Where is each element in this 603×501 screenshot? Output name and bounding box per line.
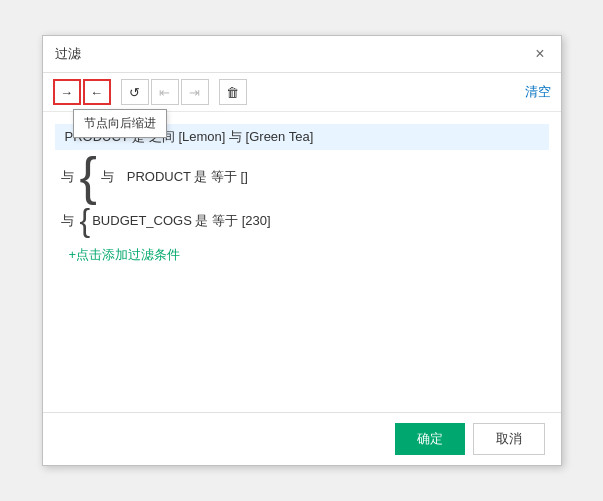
brace-open-icon: { — [80, 152, 97, 201]
conditions-wrapper: PRODUCT 是 之间 [Lemon] 与 [Green Tea] 与 { 与… — [43, 122, 561, 270]
move-down-button[interactable]: ⇥ — [181, 79, 209, 105]
move-up-button[interactable]: ⇤ — [151, 79, 179, 105]
move-down-icon: ⇥ — [189, 85, 200, 100]
and-budget-row: 与 { BUDGET_COGS 是 等于 [230] — [55, 205, 549, 235]
add-filter-link[interactable]: +点击添加过滤条件 — [69, 242, 181, 268]
undo-icon: ↺ — [129, 85, 140, 100]
and-label-2: 与 — [55, 210, 80, 232]
brace-open-icon-2: { — [80, 205, 91, 235]
undo-button[interactable]: ↺ — [121, 79, 149, 105]
move-up-icon: ⇤ — [159, 85, 170, 100]
indent-in-icon: ← — [90, 85, 103, 100]
sub-and-label: 与 — [101, 168, 114, 186]
group-conditions: 与 PRODUCT 是 等于 [] — [101, 152, 248, 201]
sub-condition-row-1[interactable]: 与 PRODUCT 是 等于 [] — [101, 165, 248, 189]
sub-condition-text: PRODUCT 是 等于 [] — [127, 168, 248, 186]
delete-icon: 🗑 — [226, 85, 239, 100]
tooltip: 节点向后缩进 — [73, 109, 167, 138]
clear-button[interactable]: 清空 — [525, 83, 551, 101]
tooltip-text: 节点向后缩进 — [84, 116, 156, 130]
budget-condition-text: BUDGET_COGS 是 等于 [230] — [92, 213, 270, 228]
budget-condition-block[interactable]: BUDGET_COGS 是 等于 [230] — [92, 212, 270, 230]
content-area: PRODUCT 是 之间 [Lemon] 与 [Green Tea] 与 { 与… — [43, 112, 561, 412]
indent-out-button[interactable]: → — [53, 79, 81, 105]
toolbar: → ← ↺ ⇤ ⇥ 🗑 节点向后缩进 清空 — [43, 73, 561, 112]
indent-in-button[interactable]: ← — [83, 79, 111, 105]
confirm-button[interactable]: 确定 — [395, 423, 465, 455]
dialog-titlebar: 过滤 × — [43, 36, 561, 73]
dialog-footer: 确定 取消 — [43, 412, 561, 465]
close-button[interactable]: × — [531, 44, 548, 64]
add-filter-container: +点击添加过滤条件 — [55, 242, 549, 268]
indent-out-icon: → — [60, 85, 73, 100]
dialog-title: 过滤 — [55, 45, 81, 63]
and-group-block: 与 { 与 PRODUCT 是 等于 [] — [55, 152, 549, 201]
and-label-1: 与 — [55, 166, 80, 188]
cancel-button[interactable]: 取消 — [473, 423, 545, 455]
filter-dialog: 过滤 × → ← ↺ ⇤ ⇥ 🗑 节点向后缩进 清空 — [42, 35, 562, 466]
delete-button[interactable]: 🗑 — [219, 79, 247, 105]
